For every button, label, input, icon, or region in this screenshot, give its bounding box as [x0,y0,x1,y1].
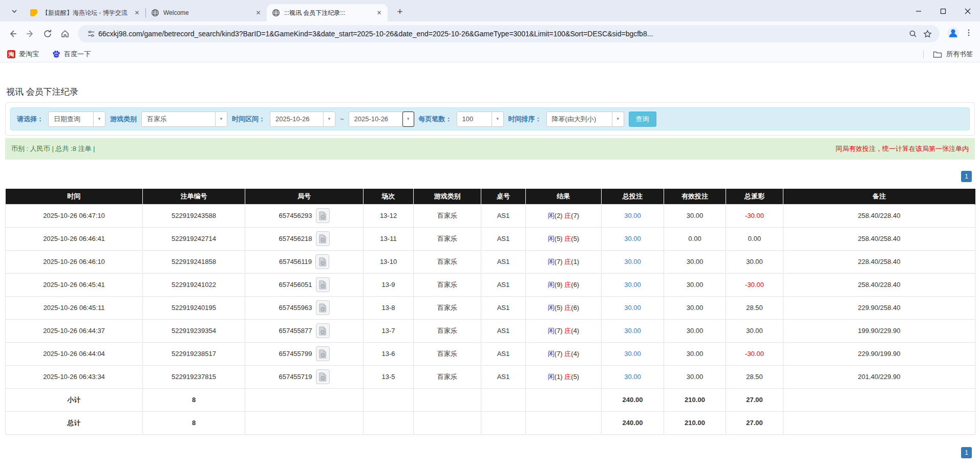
reload-button[interactable] [39,25,56,42]
cell-remark: 229.90/258.40 [783,296,975,319]
chevron-down-icon[interactable]: ▼ [93,112,105,126]
result-player: 闲 [548,304,555,312]
total-bet-link[interactable]: 30.00 [624,350,641,358]
video-replay-button[interactable] [315,254,329,269]
bookmark-taobao[interactable]: 淘 爱淘宝 [7,50,39,59]
cell-valid-bet: 30.00 [664,319,726,342]
url-text[interactable]: 66cxkj98.com/game/betrecord_search/kind3… [98,30,906,38]
video-replay-button[interactable] [316,208,330,223]
cell-session: 13-6 [364,342,414,365]
sum-payout: 27.00 [726,411,783,434]
bookmark-star-icon[interactable] [920,27,934,41]
browser-menu-icon[interactable] [965,29,973,39]
cell-game-type: 百家乐 [414,342,481,365]
tab-close-icon[interactable]: ✕ [254,9,263,17]
total-bet-link[interactable]: 30.00 [624,258,641,265]
result-banker: 庄 [564,373,571,381]
search-button[interactable]: 查询 [629,112,656,127]
cell-result: 闲(7) 庄(4) [526,319,602,342]
table-row: 2025-10-26 06:45:41522919241022657456051… [6,273,975,296]
tab-bet-records-active[interactable]: :::视讯 会员下注纪录::: ✕ [267,4,388,21]
cell-game-type: 百家乐 [414,204,481,227]
tab-search-button[interactable] [7,4,22,18]
video-replay-button[interactable] [316,231,330,246]
chevron-down-icon[interactable]: ▼ [323,112,335,126]
back-button[interactable] [4,25,22,42]
cell-table-no: AS1 [481,227,526,250]
total-bet-link[interactable]: 30.00 [624,235,641,242]
forward-button[interactable] [22,25,39,42]
tab-title: Welcome [163,9,254,16]
chevron-down-icon[interactable]: ▼ [402,112,414,127]
bet-records-table: 时间 注单编号 局号 场次 游戏类别 桌号 结果 总投注 有效投注 总派彩 备注… [5,189,975,435]
sum-label: 总计 [6,411,143,434]
video-replay-button[interactable] [316,277,330,292]
tab-close-icon[interactable]: ✕ [375,9,384,17]
cell-table-no: AS1 [481,319,526,342]
cell-payout: 30.00 [726,319,783,342]
chevron-down-icon[interactable]: ▼ [215,112,227,126]
total-bet-link[interactable]: 30.00 [624,373,641,381]
address-bar[interactable]: 66cxkj98.com/game/betrecord_search/kind3… [78,25,940,42]
date-end-select[interactable]: 2025-10-26 ▼ [349,112,414,127]
total-bet-link[interactable]: 30.00 [624,212,641,219]
col-round-id: 局号 [245,189,364,204]
cell-session: 13-8 [364,296,414,319]
cell-valid-bet: 30.00 [664,273,726,296]
sum-total-bet: 240.00 [602,411,664,434]
bookmark-baidu[interactable]: du 百度一下 [52,50,91,59]
tab-close-icon[interactable]: ✕ [133,9,141,17]
table-row: 2025-10-26 06:45:11522919240195657455963… [6,296,975,319]
close-window-button[interactable] [955,1,980,21]
result-player: 闲 [548,373,555,381]
home-button[interactable] [56,25,74,42]
page-1-button[interactable]: 1 [961,171,972,182]
total-bet-link[interactable]: 30.00 [624,304,641,312]
result-player: 闲 [548,350,555,358]
page-size-select[interactable]: 100 ▼ [457,112,504,127]
profile-avatar[interactable] [947,27,960,41]
minimize-button[interactable] [906,1,931,21]
sort-select[interactable]: 降幂(由大到小) ▼ [546,112,624,127]
all-bookmarks[interactable]: 所有书签 [923,50,973,59]
video-record-icon [318,326,327,336]
video-replay-button[interactable] [316,346,330,361]
video-replay-button[interactable] [316,369,330,384]
video-record-icon [318,303,327,313]
new-tab-button[interactable]: + [393,4,407,18]
total-bet-link[interactable]: 30.00 [624,281,641,288]
query-type-select[interactable]: 日期查询 ▼ [48,112,105,127]
result-player: 闲 [548,327,555,335]
video-replay-button[interactable] [316,323,330,338]
cell-session: 13-10 [364,250,414,273]
cell-payout: -30.00 [726,273,783,296]
cell-table-no: AS1 [481,365,526,388]
date-start-select[interactable]: 2025-10-26 ▼ [270,112,335,127]
window-controls [906,1,980,21]
cell-round-id: 657456293 [245,204,364,227]
chevron-down-icon[interactable]: ▼ [492,112,503,126]
maximize-button[interactable] [931,1,955,21]
result-banker: 庄 [564,327,571,335]
total-bet-link[interactable]: 30.00 [624,327,641,335]
currency-count-text: 币别 : 人民币 | 总共 :8 注单 | [11,144,95,153]
chevron-down-icon[interactable]: ▼ [612,112,624,126]
cell-result: 闲(7) 庄(4) [526,342,602,365]
tab-welcome[interactable]: Welcome ✕ [146,4,267,21]
site-settings-icon[interactable] [84,27,98,41]
cell-game-type: 百家乐 [414,227,481,250]
cell-round-id: 657455799 [245,342,364,365]
col-payout: 总派彩 [726,189,783,204]
zoom-icon[interactable] [906,27,920,41]
page-1-button[interactable]: 1 [961,447,972,458]
table-row: 2025-10-26 06:43:34522919237815657455719… [6,365,975,388]
col-remark: 备注 [783,189,975,204]
game-type-select[interactable]: 百家乐 ▼ [141,112,227,127]
cell-result: 闲(2) 庄(7) [526,204,602,227]
total-row: 总计8240.00210.0027.00 [6,411,975,434]
cell-session: 13-9 [364,273,414,296]
cell-time: 2025-10-26 06:45:41 [6,273,143,296]
cell-total-bet: 30.00 [602,365,664,388]
video-replay-button[interactable] [316,300,330,315]
tab-forum[interactable]: 【新提醒】海燕论坛 - 博学交流 ✕ [25,4,145,21]
